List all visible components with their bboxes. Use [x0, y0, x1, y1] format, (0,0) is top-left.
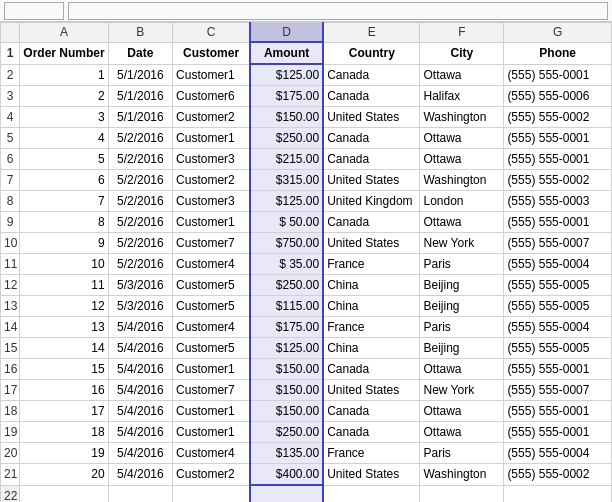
cell-b12[interactable]: 5/3/2016: [108, 275, 173, 296]
cell-d18[interactable]: $150.00: [250, 401, 323, 422]
cell-e18[interactable]: Canada: [323, 401, 420, 422]
cell-b7[interactable]: 5/2/2016: [108, 170, 173, 191]
cell-c16[interactable]: Customer1: [173, 359, 250, 380]
cell-d1[interactable]: Amount: [250, 42, 323, 64]
cell-f7[interactable]: Washington: [420, 170, 504, 191]
cell-a18[interactable]: 17: [20, 401, 108, 422]
cell-c1[interactable]: Customer: [173, 42, 250, 64]
cell-b2[interactable]: 5/1/2016: [108, 64, 173, 86]
cell-e17[interactable]: United States: [323, 380, 420, 401]
cell-a5[interactable]: 4: [20, 128, 108, 149]
cell-a12[interactable]: 11: [20, 275, 108, 296]
cell-d6[interactable]: $215.00: [250, 149, 323, 170]
cell-a10[interactable]: 9: [20, 233, 108, 254]
cell-f21[interactable]: Washington: [420, 464, 504, 486]
cell-c3[interactable]: Customer6: [173, 86, 250, 107]
cell-e11[interactable]: France: [323, 254, 420, 275]
cell-f11[interactable]: Paris: [420, 254, 504, 275]
cell-f10[interactable]: New York: [420, 233, 504, 254]
cell-e22[interactable]: [323, 485, 420, 502]
cell-d11[interactable]: $ 35.00: [250, 254, 323, 275]
cell-c6[interactable]: Customer3: [173, 149, 250, 170]
col-header-a[interactable]: A: [20, 23, 108, 43]
cell-d22[interactable]: [250, 485, 323, 502]
cell-c12[interactable]: Customer5: [173, 275, 250, 296]
cell-d2[interactable]: $125.00: [250, 64, 323, 86]
cell-g3[interactable]: (555) 555-0006: [504, 86, 612, 107]
cell-b17[interactable]: 5/4/2016: [108, 380, 173, 401]
cell-e5[interactable]: Canada: [323, 128, 420, 149]
cell-d15[interactable]: $125.00: [250, 338, 323, 359]
col-header-e[interactable]: E: [323, 23, 420, 43]
cell-e8[interactable]: United Kingdom: [323, 191, 420, 212]
cell-b14[interactable]: 5/4/2016: [108, 317, 173, 338]
cell-d12[interactable]: $250.00: [250, 275, 323, 296]
cell-f9[interactable]: Ottawa: [420, 212, 504, 233]
cell-c21[interactable]: Customer2: [173, 464, 250, 486]
cell-a1[interactable]: Order Number: [20, 42, 108, 64]
cell-e4[interactable]: United States: [323, 107, 420, 128]
cell-f6[interactable]: Ottawa: [420, 149, 504, 170]
cell-g8[interactable]: (555) 555-0003: [504, 191, 612, 212]
cell-g7[interactable]: (555) 555-0002: [504, 170, 612, 191]
cell-c8[interactable]: Customer3: [173, 191, 250, 212]
cell-e9[interactable]: Canada: [323, 212, 420, 233]
cell-c19[interactable]: Customer1: [173, 422, 250, 443]
cell-c15[interactable]: Customer5: [173, 338, 250, 359]
cell-e1[interactable]: Country: [323, 42, 420, 64]
cell-b22[interactable]: [108, 485, 173, 502]
cell-b6[interactable]: 5/2/2016: [108, 149, 173, 170]
cell-a16[interactable]: 15: [20, 359, 108, 380]
cell-g5[interactable]: (555) 555-0001: [504, 128, 612, 149]
cell-d8[interactable]: $125.00: [250, 191, 323, 212]
cell-g16[interactable]: (555) 555-0001: [504, 359, 612, 380]
cell-c11[interactable]: Customer4: [173, 254, 250, 275]
cell-e12[interactable]: China: [323, 275, 420, 296]
cell-d3[interactable]: $175.00: [250, 86, 323, 107]
cell-b15[interactable]: 5/4/2016: [108, 338, 173, 359]
cell-d4[interactable]: $150.00: [250, 107, 323, 128]
cell-g6[interactable]: (555) 555-0001: [504, 149, 612, 170]
cell-d20[interactable]: $135.00: [250, 443, 323, 464]
cell-c13[interactable]: Customer5: [173, 296, 250, 317]
col-header-d[interactable]: D: [250, 23, 323, 43]
cell-d7[interactable]: $315.00: [250, 170, 323, 191]
cell-b3[interactable]: 5/1/2016: [108, 86, 173, 107]
cell-a6[interactable]: 5: [20, 149, 108, 170]
cell-c10[interactable]: Customer7: [173, 233, 250, 254]
cell-d5[interactable]: $250.00: [250, 128, 323, 149]
cell-f17[interactable]: New York: [420, 380, 504, 401]
cell-a8[interactable]: 7: [20, 191, 108, 212]
cell-d21[interactable]: $400.00: [250, 464, 323, 486]
cell-f12[interactable]: Beijing: [420, 275, 504, 296]
cell-c9[interactable]: Customer1: [173, 212, 250, 233]
cell-a17[interactable]: 16: [20, 380, 108, 401]
cell-e7[interactable]: United States: [323, 170, 420, 191]
cell-f14[interactable]: Paris: [420, 317, 504, 338]
cell-c5[interactable]: Customer1: [173, 128, 250, 149]
cell-b5[interactable]: 5/2/2016: [108, 128, 173, 149]
cell-d17[interactable]: $150.00: [250, 380, 323, 401]
cell-f19[interactable]: Ottawa: [420, 422, 504, 443]
cell-c18[interactable]: Customer1: [173, 401, 250, 422]
cell-c14[interactable]: Customer4: [173, 317, 250, 338]
cell-c4[interactable]: Customer2: [173, 107, 250, 128]
cell-e21[interactable]: United States: [323, 464, 420, 486]
cell-a9[interactable]: 8: [20, 212, 108, 233]
cell-g18[interactable]: (555) 555-0001: [504, 401, 612, 422]
cell-f20[interactable]: Paris: [420, 443, 504, 464]
cell-a14[interactable]: 13: [20, 317, 108, 338]
cell-d19[interactable]: $250.00: [250, 422, 323, 443]
cell-f8[interactable]: London: [420, 191, 504, 212]
col-header-g[interactable]: G: [504, 23, 612, 43]
cell-a19[interactable]: 18: [20, 422, 108, 443]
name-box[interactable]: [4, 2, 64, 20]
cell-a20[interactable]: 19: [20, 443, 108, 464]
cell-c7[interactable]: Customer2: [173, 170, 250, 191]
cell-b16[interactable]: 5/4/2016: [108, 359, 173, 380]
cell-d14[interactable]: $175.00: [250, 317, 323, 338]
cell-a21[interactable]: 20: [20, 464, 108, 486]
cell-g10[interactable]: (555) 555-0007: [504, 233, 612, 254]
cell-b18[interactable]: 5/4/2016: [108, 401, 173, 422]
cell-g20[interactable]: (555) 555-0004: [504, 443, 612, 464]
